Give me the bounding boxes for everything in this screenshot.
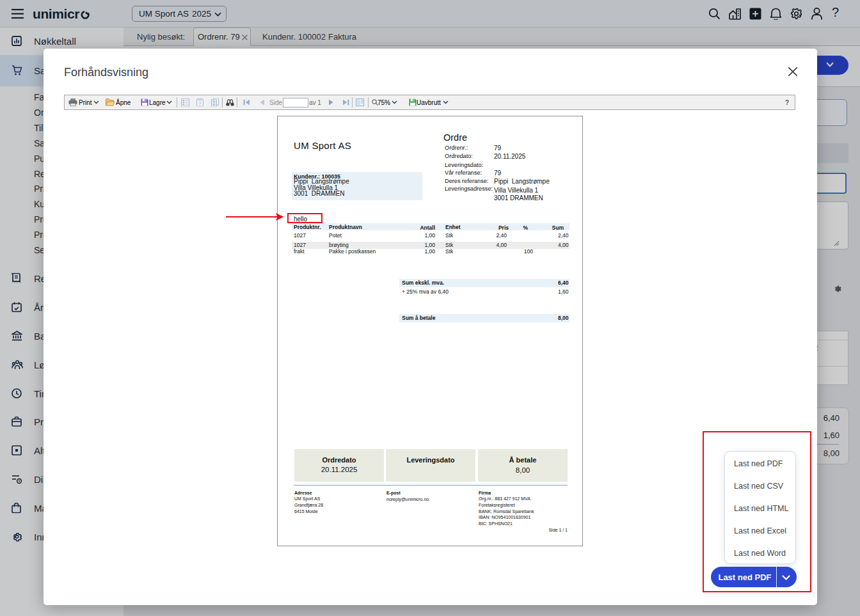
- svg-text:?: ?: [199, 101, 202, 106]
